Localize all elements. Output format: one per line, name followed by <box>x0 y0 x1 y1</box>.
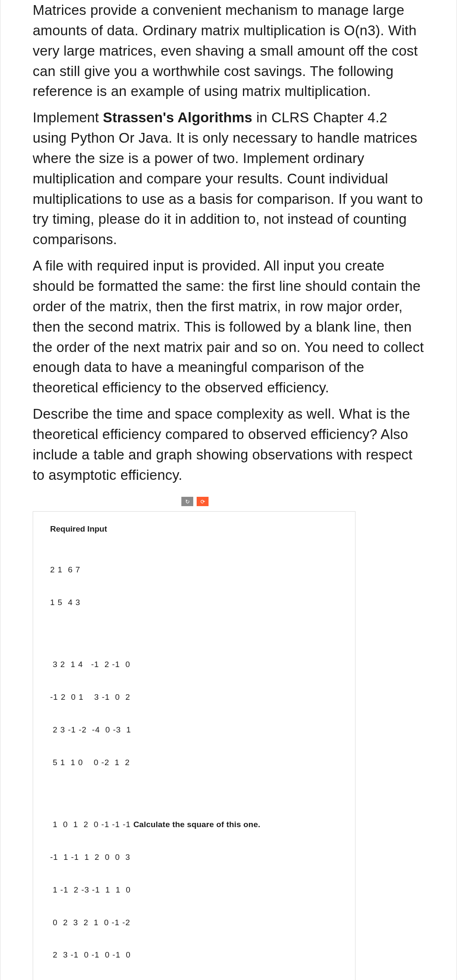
refresh-icon[interactable]: ↻ <box>181 497 193 506</box>
matrix-row: 1 0 1 2 0 -1 -1 -1 <box>50 820 131 829</box>
matrix-row: 2 3 -1 0 -1 0 -1 0 <box>50 949 338 960</box>
paragraph-implement: Implement Strassen's Algorithms in CLRS … <box>33 107 424 250</box>
document-page: Matrices provide a convenient mechanism … <box>0 0 457 980</box>
matrix-row-with-note: 1 0 1 2 0 -1 -1 -1Calculate the square o… <box>50 819 338 830</box>
matrix-row: -1 1 -1 1 2 0 0 3 <box>50 852 338 863</box>
matrix-block-3: 1 0 1 2 0 -1 -1 -1Calculate the square o… <box>50 797 338 980</box>
matrix-row: 2 3 -1 -2 -4 0 -3 1 <box>50 724 338 735</box>
reload-icon[interactable]: ⟳ <box>197 497 209 506</box>
text-fragment: Implement <box>33 110 103 125</box>
paragraph-intro: Matrices provide a convenient mechanism … <box>33 0 424 101</box>
calculate-note: Calculate the square of this one. <box>131 820 260 829</box>
paragraph-file: A file with required input is provided. … <box>33 256 424 398</box>
required-input-box: Required Input 2 1 6 7 1 5 4 3 3 2 1 4 -… <box>33 511 355 980</box>
matrix-row: 5 1 1 0 0 -2 1 2 <box>50 757 338 768</box>
matrix-row: 2 1 6 7 <box>50 564 338 575</box>
matrix-row: 3 2 1 4 -1 2 -1 0 <box>50 659 338 670</box>
matrix-row: 0 2 3 2 1 0 -1 -2 <box>50 917 338 928</box>
strassen-bold: Strassen's Algorithms <box>103 110 252 125</box>
icon-toolbar: ↻ ⟳ <box>181 497 424 506</box>
matrix-row: -1 2 0 1 3 -1 0 2 <box>50 692 338 703</box>
required-input-title: Required Input <box>50 524 338 534</box>
paragraph-complexity: Describe the time and space complexity a… <box>33 404 424 485</box>
matrix-block-1: 2 1 6 7 1 5 4 3 <box>50 542 338 629</box>
matrix-row: 1 -1 2 -3 -1 1 1 0 <box>50 884 338 896</box>
matrix-row: 1 5 4 3 <box>50 597 338 608</box>
matrix-block-2: 3 2 1 4 -1 2 -1 0 -1 2 0 1 3 -1 0 2 2 3 … <box>50 637 338 790</box>
text-fragment: in CLRS Chapter 4.2 using Python Or Java… <box>33 110 423 247</box>
